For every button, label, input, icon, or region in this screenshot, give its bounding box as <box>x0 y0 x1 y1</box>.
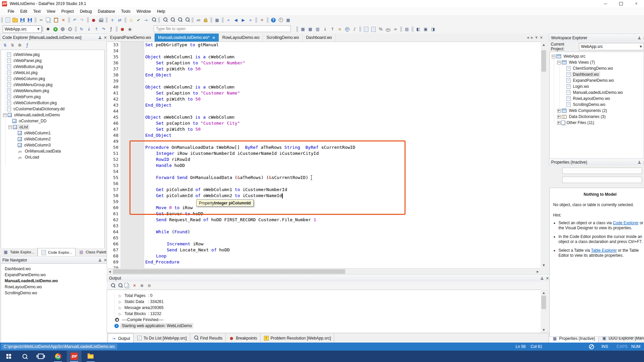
maximize-button[interactable] <box>613 0 629 7</box>
expand-arrow-icon[interactable]: ▷ <box>118 312 122 316</box>
menu-database[interactable]: Database <box>95 8 118 15</box>
code-line-64[interactable]: 64While (Found) <box>107 229 541 235</box>
tables-button[interactable]: ▦ <box>284 16 292 24</box>
code-explorer-item-omanualloadedlistdemo[interactable]: oManualLoadedListDemo <box>1 112 104 118</box>
rename-tab-button[interactable]: ab <box>195 16 202 24</box>
output-row-5[interactable]: iStarting web application: WebListDemo <box>107 323 541 329</box>
output-row-3[interactable]: ▷Total Blocks: 13232 <box>107 311 541 317</box>
table-add-button[interactable]: ▦ <box>299 25 307 33</box>
code-line-50[interactable]: 50Procedure OnManualLoadData tWebRow[] B… <box>107 144 541 150</box>
workspace-item-scrollingdemo-wo[interactable]: ScrollingDemo.wo <box>550 102 644 108</box>
editor-vscrollbar[interactable]: ▲ ▼ <box>541 42 547 268</box>
save-button[interactable] <box>19 16 26 24</box>
editor-tab-manualloadedlistdemo-wo[interactable]: ManualLoadedListDemo.wo*× <box>155 34 219 42</box>
output-row-0[interactable]: ▷Total Pages: 0 <box>107 293 541 299</box>
code-line-56[interactable]: 56 <box>107 181 541 187</box>
code-line-51[interactable]: 51Integer iRow iCustomerNumberId iCustom… <box>107 150 541 157</box>
pin-icon[interactable] <box>98 36 102 40</box>
history-button[interactable] <box>277 16 284 24</box>
document-button[interactable] <box>370 25 377 33</box>
code-explorer-item-onmanualloaddata[interactable]: pxOnManualLoadData <box>1 148 104 154</box>
code-explorer-item-owebcolumn2[interactable]: oWebColumn2 <box>1 136 104 142</box>
file-navigator-item-manualloadedlistdemo-wo[interactable]: ManualLoadedListDemo.wo <box>4 278 107 284</box>
goto-definition-button[interactable]: ▦ <box>213 16 221 24</box>
refresh-button[interactable]: ↻ <box>78 25 85 33</box>
code-line-42[interactable]: 42Set piWidth to 50 <box>107 96 541 102</box>
sort-asc-button[interactable]: ↓ <box>321 25 329 33</box>
workspace-item-web-views-7[interactable]: Web Views (7) <box>550 59 644 65</box>
expander-plus-icon[interactable] <box>557 121 561 125</box>
menu-tools[interactable]: Tools <box>118 8 133 15</box>
menu-window[interactable]: Window <box>133 8 154 15</box>
columns-button[interactable]: ▤ <box>403 25 411 33</box>
bottom-tab-to-do-list-webapp-src[interactable]: ✓To Do List [WebApp.src] <box>133 333 190 343</box>
percent-button[interactable]: % <box>377 25 384 33</box>
tab-close-icon[interactable]: × <box>540 35 543 40</box>
expand-arrow-icon[interactable]: ▷ <box>118 306 122 310</box>
code-line-47[interactable]: 47Set piWidth to 50 <box>107 126 541 132</box>
menu-file[interactable]: File <box>5 8 17 15</box>
current-project-selector[interactable]: WebApp.src ▼ <box>579 43 644 50</box>
workspace-item-other-files-11[interactable]: Other Files (11) <box>550 120 644 126</box>
search-files-button[interactable] <box>183 16 191 24</box>
workspace-item-web-components-2[interactable]: Web Components (2) <box>550 108 644 114</box>
menu-edit[interactable]: Edit <box>17 8 30 15</box>
code-line-49[interactable]: 49 <box>107 138 541 144</box>
code-line-66[interactable]: 66Increment iRow <box>107 241 541 247</box>
redo-button[interactable]: ↷ <box>78 16 86 24</box>
stop-button[interactable] <box>59 25 66 33</box>
tab-scroll-right-icon[interactable]: ▶ <box>531 36 533 39</box>
expander-plus-icon[interactable] <box>557 109 561 113</box>
code-line-67[interactable]: 67Send Locate_Next of hoDD <box>107 247 541 253</box>
code-line-68[interactable]: 68Loop <box>107 253 541 259</box>
workspace-item-dashboard-wo[interactable]: Dashboard.wo <box>550 71 644 77</box>
code-line-34[interactable]: 34 <box>107 48 541 54</box>
close-icon[interactable]: × <box>546 276 549 280</box>
panel-bottom-button[interactable]: ▣ <box>422 25 429 33</box>
currency-button[interactable]: ¤ <box>336 25 343 33</box>
run-button[interactable] <box>52 25 59 33</box>
expander-minus-icon[interactable] <box>557 61 561 64</box>
code-explorer-item-olist[interactable]: oList <box>1 124 104 130</box>
project-selector[interactable]: WebApp.src ▼ <box>3 25 42 33</box>
file-navigator-item-scrollingdemo-wo[interactable]: ScrollingDemo.wo <box>4 290 107 296</box>
taskbar-file-explorer-button[interactable] <box>83 351 98 362</box>
output-row-2[interactable]: ▷Message area: 209365 <box>107 305 541 311</box>
tab-close-icon[interactable]: × <box>212 36 215 40</box>
checklist-button[interactable]: ✔ <box>135 16 142 24</box>
code-explorer-item-cwebform-pkg[interactable]: cWebForm.pkg <box>1 94 104 100</box>
expand-arrow-icon[interactable]: ▷ <box>118 294 122 298</box>
panel-right-button[interactable]: ◨ <box>429 25 437 33</box>
code-explorer-item-ccustomerdatadictionary-dd[interactable]: cCustomerDataDictionary.dd <box>1 106 104 112</box>
sort-desc-button[interactable]: ↑ <box>329 25 336 33</box>
code-explorer-item-cwebpanel-pkg[interactable]: cWebPanel.pkg <box>1 58 104 64</box>
sync-from-code-button[interactable]: ⇅ <box>9 42 16 49</box>
pin-icon[interactable] <box>540 277 544 280</box>
copy-button[interactable] <box>45 16 52 24</box>
code-line-69[interactable]: 69End_Procedure <box>107 259 541 265</box>
expander-plus-icon[interactable] <box>557 115 561 119</box>
taskbar-start-button[interactable] <box>1 351 16 362</box>
menu-debug[interactable]: Debug <box>77 8 95 15</box>
editor-tab-rowlayoutdemo-wo[interactable]: RowLayoutDemo.wo <box>219 34 263 42</box>
lock-button[interactable] <box>202 16 209 24</box>
find-next-message-button[interactable] <box>109 282 116 289</box>
output-row-1[interactable]: ▷Static Data: 334261 <box>107 299 541 305</box>
file-navigator-item-dashboard-wo[interactable]: Dashboard.wo <box>4 266 107 272</box>
workspace-item-clientsortingdemo-wo[interactable]: ClientSortingDemo.wo <box>550 65 644 71</box>
sync-to-code-button[interactable]: ⇅ <box>1 42 9 49</box>
connect-button[interactable]: ⇄ <box>116 16 123 24</box>
code-line-52[interactable]: 52RowID riRowId <box>107 157 541 163</box>
step-over-button[interactable]: ↷ <box>100 25 107 33</box>
link-button[interactable]: ∞ <box>392 25 399 33</box>
todo-button[interactable]: ⚠ <box>127 16 135 24</box>
menu-view[interactable]: View <box>44 8 58 15</box>
pause-button[interactable] <box>66 25 74 33</box>
functions-button[interactable]: ƒ <box>107 25 115 33</box>
expander-minus-icon[interactable] <box>3 113 7 117</box>
code-line-33[interactable]: 33Set peDbGridType to gtManual <box>107 42 541 48</box>
cut-button[interactable]: ✂ <box>38 16 45 24</box>
record-macro-button[interactable]: ● <box>90 16 97 24</box>
taskbar-chrome-button[interactable] <box>51 351 65 362</box>
notes-button[interactable]: ♪ <box>351 25 358 33</box>
